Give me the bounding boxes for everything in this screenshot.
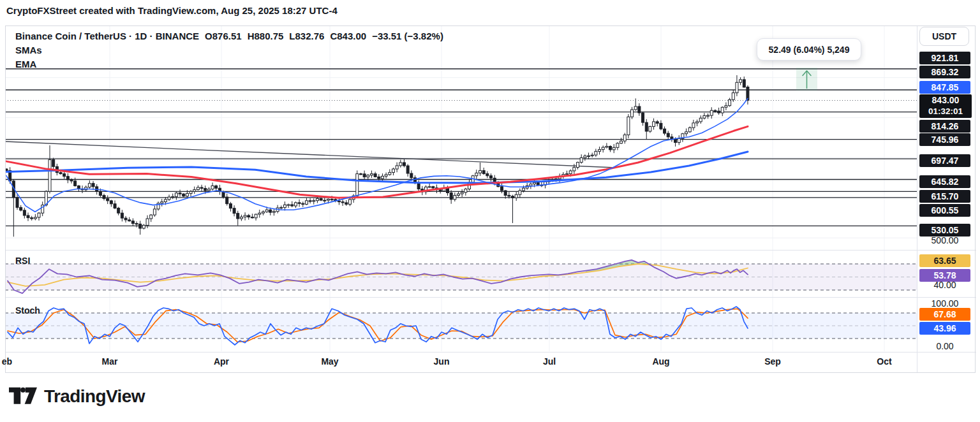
last-price-label: 843.0001:32:01	[919, 94, 972, 118]
time-axis-month-label: Jun	[434, 356, 450, 367]
time-axis-month-label: Mar	[102, 356, 118, 367]
ohlc-low: L832.76	[289, 31, 324, 41]
tradingview-logo[interactable]: TradingView	[9, 385, 145, 407]
stoch-pane-label[interactable]: Stoch	[15, 305, 40, 316]
price-axis-label: 847.85	[919, 81, 970, 94]
time-axis-month-label: Aug	[652, 356, 669, 367]
ohlc-open: O876.51	[205, 31, 242, 41]
time-axis-month-label: Oct	[877, 356, 891, 367]
time-axis-month-label: Sep	[764, 356, 781, 367]
tradingview-logo-icon	[9, 385, 37, 407]
price-axis-label: 600.55	[919, 204, 970, 217]
measure-tooltip: 52.49 (6.04%) 5,249	[757, 38, 861, 61]
tradingview-logo-text: TradingView	[44, 386, 145, 407]
rsi-pane-label[interactable]: RSI	[15, 256, 30, 266]
price-axis[interactable]: 921.81869.32847.85843.0001:32:01814.2674…	[918, 25, 979, 373]
time-axis-month-label: Jul	[543, 356, 556, 367]
change-value: −33.51 (−3.82%)	[372, 31, 443, 41]
chart-legend: Binance Coin / TetherUS · 1D · BINANCEO8…	[15, 29, 449, 71]
price-axis-label: 869.32	[919, 66, 970, 78]
symbol-legend-row: Binance Coin / TetherUS · 1D · BINANCEO8…	[15, 29, 449, 43]
time-axis-month-label: eb	[2, 356, 12, 367]
price-axis-label: 921.81	[919, 52, 970, 64]
price-axis-label: 40.00	[919, 279, 970, 291]
legend-smas[interactable]: SMAs	[15, 43, 449, 57]
time-axis[interactable]: ebMarAprMayJunJulAugSepOct	[5, 354, 917, 371]
price-axis-label: 67.68	[919, 308, 970, 321]
price-axis-label: 500.00	[919, 234, 970, 247]
tradingview-chart-screenshot: CryptoFXStreet created with TradingView.…	[0, 0, 980, 422]
price-axis-label: 697.47	[919, 154, 970, 167]
ohlc-close: C843.00	[330, 31, 366, 41]
price-axis-label: 63.65	[919, 254, 970, 267]
price-axis-label: 0.00	[919, 340, 970, 353]
price-axis-label: 645.82	[919, 175, 970, 188]
ohlc-high: H880.75	[248, 31, 284, 41]
time-axis-month-label: Apr	[214, 356, 229, 367]
time-axis-month-label: May	[321, 356, 338, 367]
price-axis-label: 43.96	[919, 322, 970, 335]
symbol-title[interactable]: Binance Coin / TetherUS · 1D · BINANCE	[15, 31, 199, 41]
legend-ema[interactable]: EMA	[15, 57, 449, 71]
price-axis-label: 745.96	[919, 133, 970, 146]
price-axis-label: 615.70	[919, 190, 970, 203]
price-axis-label: 814.26	[919, 120, 970, 133]
